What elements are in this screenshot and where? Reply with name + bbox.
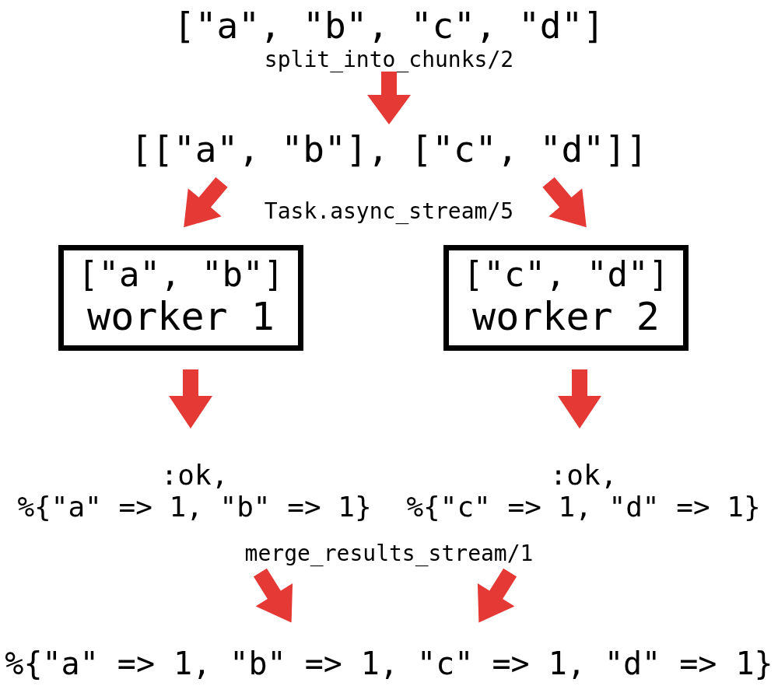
node-worker-2: ["c", "d"] worker 2 [443,245,689,351]
label-split-into-chunks: split_into_chunks/2 [0,47,778,72]
result-2-map: %{"c" => 1, "d" => 1} [389,491,778,523]
worker-1-chunk: ["a", "b"] [78,255,284,295]
diagram-root: ["a", "b", "c", "d"] split_into_chunks/2… [0,0,778,700]
result-1-ok: :ok, [0,459,389,491]
label-task-async-stream: Task.async_stream/5 [0,198,778,224]
arrow-down-icon [167,369,214,430]
node-worker-1: ["a", "b"] worker 1 [58,245,303,351]
node-result-2: :ok, %{"c" => 1, "d" => 1} [389,459,778,523]
result-2-ok: :ok, [389,459,778,491]
label-merge-results-stream: merge_results_stream/1 [0,541,778,566]
arrow-down-icon [366,72,412,126]
node-chunks-list: [["a", "b"], ["c", "d"]] [0,128,778,170]
arrow-down-left-icon [458,560,530,636]
arrow-down-icon [556,369,603,430]
node-final-map: %{"a" => 1, "b" => 1, "c" => 1, "d" => 1… [0,646,778,681]
node-result-1: :ok, %{"a" => 1, "b" => 1} [0,459,389,523]
node-input-list: ["a", "b", "c", "d"] [0,5,778,47]
worker-2-title: worker 2 [463,295,669,340]
worker-2-chunk: ["c", "d"] [463,255,669,295]
arrow-down-right-icon [531,167,605,243]
arrow-down-right-icon [240,560,312,636]
result-1-map: %{"a" => 1, "b" => 1} [0,491,389,523]
arrow-down-left-icon [165,167,240,243]
worker-1-title: worker 1 [78,295,284,340]
